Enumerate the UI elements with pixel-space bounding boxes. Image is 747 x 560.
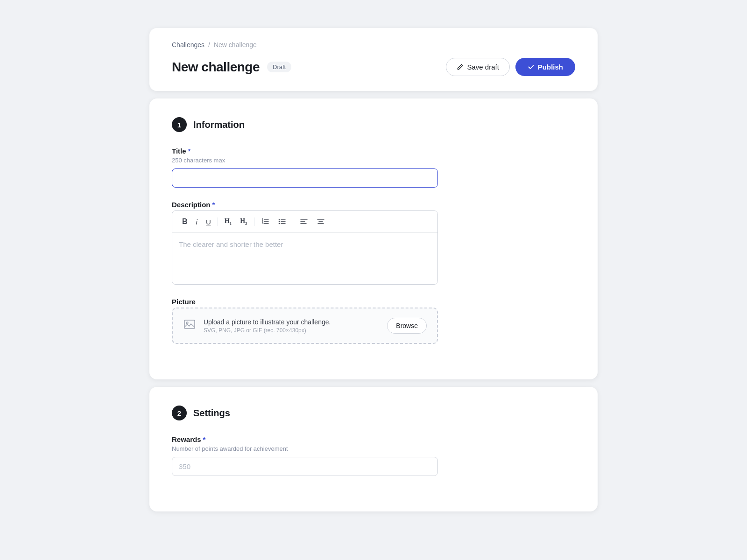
picture-upload-info: Upload a picture to illustrate your chal… (183, 318, 331, 334)
check-icon (528, 63, 535, 70)
title-required: * (188, 147, 191, 155)
section2-number: 2 (172, 406, 187, 420)
rewards-field-group: Rewards * Number of points awarded for a… (172, 435, 575, 476)
rewards-hint: Number of points awarded for achievement (172, 445, 575, 452)
editor-toolbar: B i U H1 H2 (172, 211, 437, 233)
image-icon (183, 318, 196, 334)
unordered-list-icon (278, 217, 286, 226)
description-label: Description * (172, 201, 575, 209)
svg-rect-18 (184, 320, 195, 329)
section1-title: Information (193, 119, 245, 130)
section2-title: Settings (193, 408, 230, 419)
align-left-icon (300, 217, 308, 226)
picture-field-group: Picture Upload a picture to illustrate y… (172, 298, 575, 344)
breadcrumb: Challenges / New challenge (172, 41, 575, 49)
svg-point-19 (186, 322, 188, 324)
page-title: New challenge (172, 60, 260, 75)
toolbar-bold-button[interactable]: B (179, 216, 191, 227)
rewards-label: Rewards * (172, 435, 575, 443)
title-label: Title * (172, 147, 575, 155)
svg-text:3.: 3. (262, 222, 264, 224)
save-draft-button[interactable]: Save draft (446, 58, 509, 76)
upload-hint-text: SVG, PNG, JPG or GIF (rec. 700×430px) (204, 327, 331, 334)
description-field-group: Description * B i U H1 (172, 201, 575, 285)
publish-button[interactable]: Publish (515, 58, 575, 76)
description-placeholder: The clearer and shorter the better (179, 240, 283, 248)
save-draft-label: Save draft (467, 63, 499, 71)
breadcrumb-parent[interactable]: Challenges (172, 41, 204, 49)
upload-main-text: Upload a picture to illustrate your chal… (204, 318, 331, 326)
section1-header: 1 Information (172, 117, 575, 132)
publish-label: Publish (538, 63, 563, 71)
title-input[interactable] (172, 168, 438, 188)
title-hint: 250 characters max (172, 157, 575, 164)
svg-point-7 (278, 221, 280, 223)
pencil-icon (457, 63, 464, 70)
toolbar-italic-button[interactable]: i (193, 217, 201, 227)
section2-header: 2 Settings (172, 406, 575, 420)
browse-button[interactable]: Browse (387, 318, 427, 334)
toolbar-align-left-button[interactable] (296, 216, 311, 228)
toolbar-unordered-list-button[interactable] (275, 216, 289, 228)
rewards-required: * (203, 435, 206, 443)
description-input[interactable]: The clearer and shorter the better (172, 233, 437, 284)
breadcrumb-separator: / (208, 41, 210, 49)
toolbar-separator-3 (293, 217, 293, 226)
toolbar-h2-button[interactable]: H2 (237, 216, 250, 228)
status-badge: Draft (267, 62, 291, 72)
breadcrumb-current: New challenge (214, 41, 257, 49)
picture-upload-zone[interactable]: Upload a picture to illustrate your chal… (172, 308, 438, 344)
align-center-icon (317, 217, 325, 226)
rewards-input[interactable] (172, 457, 438, 476)
description-required: * (212, 201, 215, 209)
toolbar-h1-button[interactable]: H1 (221, 216, 235, 228)
svg-point-8 (278, 223, 280, 224)
header-actions: Save draft Publish (446, 58, 575, 76)
section1-number: 1 (172, 117, 187, 132)
picture-label: Picture (172, 298, 575, 306)
toolbar-ordered-list-button[interactable]: 1. 2. 3. (258, 216, 273, 228)
toolbar-underline-button[interactable]: U (203, 217, 214, 227)
title-field-group: Title * 250 characters max (172, 147, 575, 188)
toolbar-align-center-button[interactable] (313, 216, 328, 228)
svg-point-6 (278, 219, 280, 221)
toolbar-separator-2 (254, 217, 254, 226)
toolbar-separator-1 (218, 217, 218, 226)
ordered-list-icon: 1. 2. 3. (261, 217, 269, 226)
description-editor[interactable]: B i U H1 H2 (172, 210, 438, 285)
